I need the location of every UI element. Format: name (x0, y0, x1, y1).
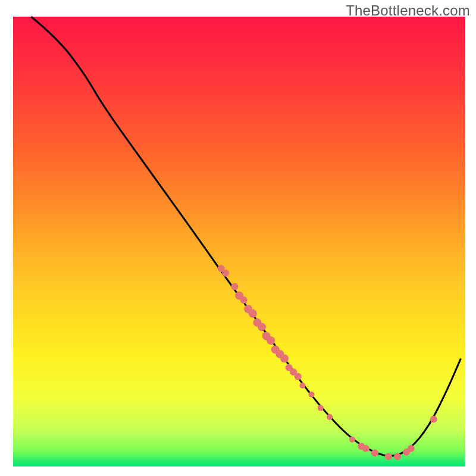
data-point (349, 437, 355, 443)
data-point (394, 453, 401, 460)
data-point (249, 309, 257, 318)
data-point (258, 323, 266, 331)
bottleneck-chart (0, 0, 476, 476)
data-point (430, 416, 437, 423)
plot-background (13, 17, 465, 466)
data-point (371, 449, 378, 456)
data-point (362, 445, 369, 452)
data-point (318, 405, 324, 411)
watermark-text: TheBottleneck.com (346, 2, 470, 19)
data-point (222, 270, 229, 277)
data-point (408, 445, 415, 452)
data-point (267, 336, 275, 345)
data-point (240, 296, 248, 303)
data-point (309, 392, 315, 397)
data-point (385, 453, 392, 460)
data-point (299, 383, 305, 389)
chart-container: TheBottleneck.com (0, 0, 476, 476)
data-point (280, 355, 289, 363)
data-point (327, 414, 333, 420)
data-point (231, 283, 238, 290)
data-point (295, 373, 302, 380)
